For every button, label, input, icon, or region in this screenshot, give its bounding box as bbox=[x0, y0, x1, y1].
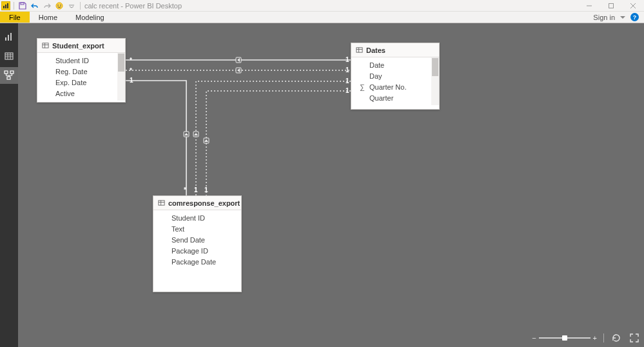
field-reg-date[interactable]: Reg. Date bbox=[37, 66, 117, 77]
field-cr-text[interactable]: Text bbox=[153, 223, 241, 234]
fit-to-page-icon[interactable] bbox=[629, 332, 640, 344]
data-view-icon[interactable] bbox=[0, 48, 18, 64]
svg-point-6 bbox=[60, 5, 61, 6]
field-cr-package-date[interactable]: Package Date bbox=[153, 256, 241, 267]
tab-modeling[interactable]: Modeling bbox=[66, 12, 113, 23]
svg-rect-43 bbox=[159, 201, 164, 205]
quick-access-toolbar bbox=[0, 1, 82, 11]
model-view-icon[interactable] bbox=[0, 67, 18, 84]
table-student-export[interactable]: Student_export Student ID Reg. Date Exp.… bbox=[37, 38, 126, 103]
svg-rect-40 bbox=[356, 48, 362, 52]
svg-rect-28 bbox=[184, 132, 189, 137]
zoom-slider[interactable]: − + bbox=[532, 334, 597, 342]
zoom-out-icon[interactable]: − bbox=[532, 334, 536, 342]
close-button[interactable] bbox=[622, 0, 644, 12]
svg-text:1: 1 bbox=[204, 186, 208, 193]
sign-in-link[interactable]: Sign in bbox=[593, 14, 615, 21]
ribbon-tabs: File Home Modeling Sign in ? bbox=[0, 12, 644, 23]
svg-rect-0 bbox=[3, 6, 5, 8]
svg-rect-2 bbox=[7, 3, 8, 8]
svg-text:1: 1 bbox=[194, 186, 198, 193]
svg-text:*: * bbox=[130, 57, 132, 64]
sigma-icon: ∑ bbox=[358, 83, 366, 91]
svg-point-4 bbox=[56, 3, 63, 9]
svg-rect-21 bbox=[236, 57, 241, 63]
field-cr-package-id[interactable]: Package ID bbox=[153, 245, 241, 256]
svg-rect-17 bbox=[5, 71, 8, 74]
maximize-button[interactable] bbox=[600, 0, 622, 12]
svg-text:1: 1 bbox=[346, 87, 349, 94]
svg-text:1: 1 bbox=[346, 77, 349, 84]
svg-text:*: * bbox=[130, 67, 132, 74]
smiley-icon[interactable] bbox=[54, 1, 64, 11]
table-icon bbox=[42, 42, 49, 49]
svg-text:*: * bbox=[184, 186, 186, 193]
svg-rect-12 bbox=[5, 53, 13, 59]
svg-rect-10 bbox=[8, 35, 9, 41]
table-comresponse-export[interactable]: comresponse_export Student ID Text Send … bbox=[153, 195, 242, 292]
svg-rect-18 bbox=[10, 71, 14, 74]
chevron-down-icon[interactable] bbox=[620, 16, 625, 21]
table-icon bbox=[356, 46, 363, 54]
svg-rect-34 bbox=[204, 138, 209, 143]
svg-rect-19 bbox=[7, 77, 10, 79]
scrollbar[interactable] bbox=[117, 53, 125, 101]
status-bar: − + bbox=[532, 332, 640, 344]
svg-rect-11 bbox=[10, 33, 12, 41]
field-exp-date[interactable]: Exp. Date bbox=[37, 77, 117, 88]
scrollbar[interactable] bbox=[431, 57, 439, 105]
table-icon bbox=[158, 199, 165, 206]
field-quarter-no[interactable]: ∑Quarter No. bbox=[351, 81, 431, 92]
table-name: Dates bbox=[366, 46, 385, 54]
app-logo-icon bbox=[1, 1, 10, 10]
save-icon[interactable] bbox=[17, 1, 28, 11]
field-cr-student-id[interactable]: Student ID bbox=[153, 212, 241, 223]
table-dates[interactable]: Dates Date Day ∑Quarter No. Quarter bbox=[351, 43, 440, 110]
svg-rect-37 bbox=[43, 43, 48, 48]
svg-rect-8 bbox=[609, 3, 614, 8]
svg-point-5 bbox=[57, 5, 59, 6]
file-tab[interactable]: File bbox=[0, 12, 30, 23]
left-nav bbox=[0, 23, 18, 347]
field-day[interactable]: Day bbox=[351, 70, 431, 81]
svg-rect-9 bbox=[5, 37, 6, 41]
workspace: * 1 * 1 1 * 1 1 1 1 bbox=[0, 23, 644, 347]
field-quarter[interactable]: Quarter bbox=[351, 92, 431, 103]
report-view-icon[interactable] bbox=[0, 28, 18, 45]
tab-home[interactable]: Home bbox=[30, 12, 66, 23]
qat-dropdown-icon[interactable] bbox=[66, 1, 77, 11]
help-icon[interactable]: ? bbox=[630, 13, 639, 21]
field-student-id[interactable]: Student ID bbox=[37, 55, 117, 66]
title-bar: calc recent - Power BI Desktop bbox=[0, 0, 644, 12]
svg-text:1: 1 bbox=[346, 66, 349, 74]
window-title: calc recent - Power BI Desktop bbox=[84, 2, 182, 10]
svg-text:1: 1 bbox=[346, 56, 349, 63]
minimize-button[interactable] bbox=[578, 0, 600, 12]
relationship-canvas[interactable]: * 1 * 1 1 * 1 1 1 1 bbox=[18, 23, 644, 347]
svg-rect-3 bbox=[21, 3, 24, 5]
table-name: Student_export bbox=[52, 42, 104, 50]
window-controls bbox=[578, 0, 644, 12]
svg-rect-25 bbox=[236, 68, 241, 73]
redo-icon[interactable] bbox=[42, 1, 52, 11]
field-active[interactable]: Active bbox=[37, 88, 117, 99]
zoom-in-icon[interactable]: + bbox=[593, 334, 597, 342]
table-name: comresponse_export bbox=[168, 199, 240, 207]
svg-text:1: 1 bbox=[130, 77, 133, 84]
svg-rect-31 bbox=[193, 132, 199, 137]
undo-icon[interactable] bbox=[30, 1, 40, 11]
field-cr-send-date[interactable]: Send Date bbox=[153, 234, 241, 245]
field-date[interactable]: Date bbox=[351, 59, 431, 70]
reset-view-icon[interactable] bbox=[610, 332, 622, 344]
svg-rect-1 bbox=[5, 5, 6, 8]
